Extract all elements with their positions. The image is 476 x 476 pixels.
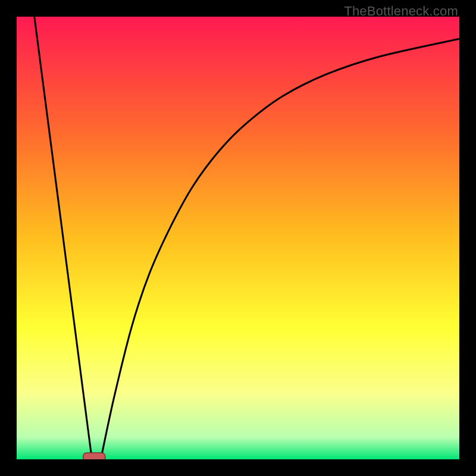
curve-left-segment — [35, 17, 92, 459]
curve-right-segment — [101, 39, 459, 459]
plot-area — [17, 17, 459, 459]
bottleneck-marker — [83, 453, 105, 459]
chart-container: TheBottleneck.com — [0, 0, 476, 476]
bottleneck-curve — [17, 17, 459, 459]
